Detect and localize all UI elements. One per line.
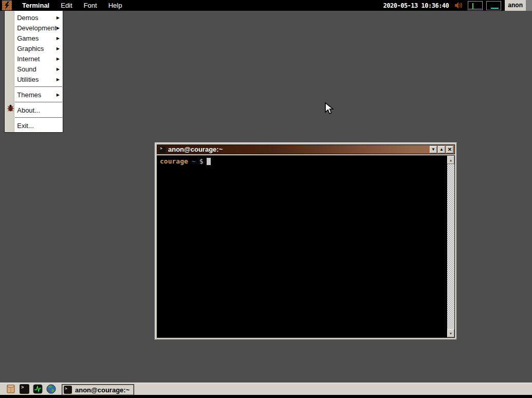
minimize-button[interactable]: ▼ (430, 146, 437, 153)
app-menu-side-strip (5, 11, 14, 132)
submenu-arrow-icon: ▶ (57, 46, 60, 51)
network-monitor-graph[interactable] (486, 1, 501, 10)
menu-terminal[interactable]: Terminal (16, 0, 55, 11)
terminal-window-icon (64, 386, 72, 394)
terminal-cursor (207, 158, 211, 165)
app-menu-item-about[interactable]: About... (14, 105, 63, 115)
browser-launcher-icon[interactable] (46, 384, 56, 394)
app-menu-item-exit[interactable]: Exit... (14, 120, 63, 131)
app-menu-item-themes[interactable]: Themes ▶ (14, 89, 63, 100)
submenu-arrow-icon: ▶ (57, 93, 60, 97)
mouse-cursor (324, 102, 335, 115)
menubar-endcap (526, 0, 532, 11)
ladybug-icon (7, 104, 14, 112)
user-label[interactable]: anon (505, 0, 526, 11)
terminal-output[interactable]: courage~$ (157, 156, 447, 337)
maximize-button[interactable]: ▲ (438, 146, 445, 153)
speaker-icon[interactable] (454, 1, 463, 10)
app-menu-item-internet[interactable]: Internet ▶ (14, 53, 63, 64)
window-body: courage~$ ▲ ▼ (157, 155, 455, 338)
app-menu-item-graphics[interactable]: Graphics ▶ (14, 43, 63, 53)
menu-separator (15, 86, 62, 87)
system-monitor-launcher-icon[interactable] (33, 384, 43, 394)
submenu-arrow-icon: ▶ (57, 26, 60, 30)
app-menu-item-utilities[interactable]: Utilities ▶ (14, 74, 63, 84)
globe-icon (46, 384, 56, 394)
terminal-launcher-icon[interactable] (20, 384, 29, 394)
waveform-icon (33, 384, 43, 394)
app-menu: Demos ▶ Development ▶ Games ▶ Graphics ▶… (4, 11, 63, 133)
app-menu-item-games[interactable]: Games ▶ (14, 33, 63, 43)
taskbar-window-button[interactable]: anon@courage:~ (62, 384, 134, 395)
submenu-arrow-icon: ▶ (57, 77, 60, 82)
clock: 2020-05-13 10:36:40 (383, 2, 449, 9)
menu-separator (15, 117, 62, 118)
files-launcher-icon[interactable] (6, 384, 16, 394)
app-menu-item-development[interactable]: Development ▶ (14, 23, 63, 33)
scroll-down-button[interactable]: ▼ (447, 329, 454, 337)
submenu-arrow-icon: ▶ (57, 67, 60, 71)
menubar: Terminal Edit Font Help 2020-05-13 10:36… (0, 0, 532, 11)
app-menu-item-sound[interactable]: Sound ▶ (14, 64, 63, 74)
app-menu-item-demos[interactable]: Demos ▶ (14, 12, 63, 23)
menu-help[interactable]: Help (103, 0, 128, 11)
app-launcher-button[interactable] (2, 1, 12, 10)
window-title: anon@courage:~ (168, 146, 429, 153)
prompt-cwd: ~ (192, 157, 196, 165)
menu-edit[interactable]: Edit (55, 0, 78, 11)
menu-separator (15, 102, 62, 103)
submenu-arrow-icon: ▶ (57, 15, 60, 20)
scroll-up-button[interactable]: ▲ (447, 156, 454, 164)
lightning-icon (4, 2, 10, 9)
window-titlebar[interactable]: anon@courage:~ ▼ ▲ ✕ (157, 144, 455, 154)
submenu-arrow-icon: ▶ (57, 57, 60, 61)
close-button[interactable]: ✕ (446, 146, 453, 153)
cpu-monitor-graph[interactable] (468, 1, 483, 10)
terminal-scrollbar[interactable]: ▲ ▼ (447, 156, 454, 337)
box-icon (6, 384, 16, 394)
menu-font[interactable]: Font (78, 0, 103, 11)
terminal-window-icon (159, 146, 166, 153)
taskbar-window-label: anon@courage:~ (75, 386, 130, 394)
terminal-window: anon@courage:~ ▼ ▲ ✕ courage~$ ▲ ▼ (155, 142, 457, 340)
submenu-arrow-icon: ▶ (57, 36, 60, 41)
prompt-symbol: $ (199, 157, 204, 165)
taskbar: anon@courage:~ (0, 383, 532, 398)
prompt-host: courage (160, 157, 188, 165)
